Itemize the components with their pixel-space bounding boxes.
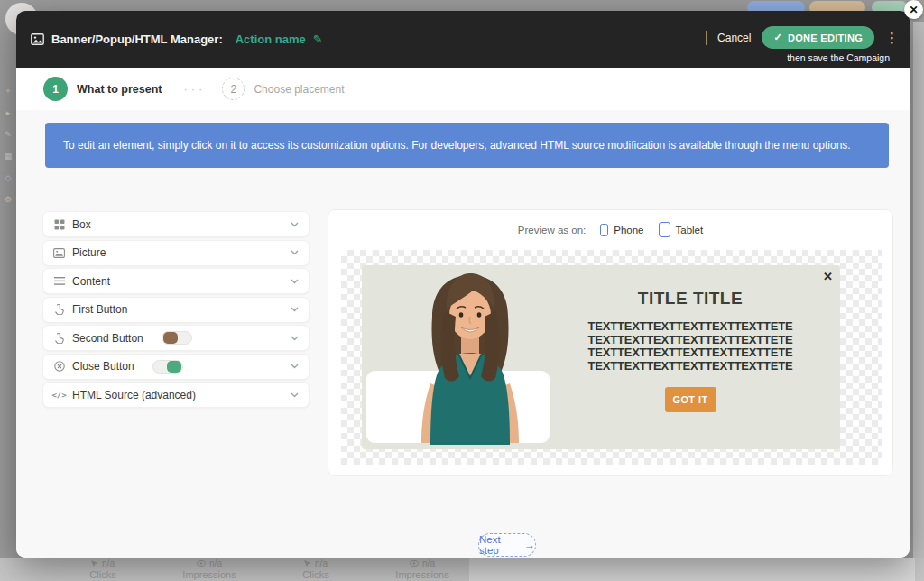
- background-panel: [469, 558, 915, 581]
- step-1-label: What to present: [77, 83, 162, 96]
- metric-impressions: n/a Impressions: [177, 558, 242, 580]
- code-icon: ◇: [5, 173, 12, 182]
- info-banner: To edit an element, simply click on it t…: [45, 123, 889, 168]
- overlay-close-button[interactable]: ✕: [904, 0, 923, 19]
- modal-title: Banner/Popup/HTML Manager:: [51, 32, 223, 46]
- got-it-button[interactable]: GOT IT: [665, 387, 716, 412]
- element-accordion: Box Picture: [42, 211, 310, 410]
- tablet-icon: [659, 222, 670, 237]
- modal-content: To edit an element, simply click on it t…: [16, 110, 910, 558]
- grid-icon: ▦: [5, 152, 13, 161]
- action-name[interactable]: Action name: [236, 32, 306, 46]
- step-separator: ···: [183, 82, 206, 96]
- more-menu-icon[interactable]: ⋮: [885, 30, 899, 46]
- grid-icon: [53, 218, 65, 230]
- eye-icon: [197, 560, 206, 567]
- metric-clicks: n/a Clicks: [283, 558, 348, 580]
- cancel-button[interactable]: Cancel: [717, 32, 751, 44]
- chevron-down-icon: [291, 392, 299, 398]
- screen: ✕ + ▸ ✎ ▦ ◇ ⚙ ⊕ n/a Clicks n/a Impress: [0, 0, 924, 581]
- second-button-toggle[interactable]: [162, 331, 192, 345]
- preview-as-on-label: Preview as on:: [518, 225, 586, 235]
- arrow-right-icon: →: [524, 539, 535, 551]
- step-2-circle[interactable]: 2: [222, 78, 245, 100]
- done-editing-button[interactable]: ✓ DONE EDITING: [762, 26, 874, 49]
- device-tablet-button[interactable]: Tablet: [659, 222, 704, 237]
- close-button-toggle[interactable]: [152, 360, 183, 374]
- metric-clicks: n/a Clicks: [70, 558, 135, 580]
- header-divider: [706, 31, 707, 45]
- background-metrics-bar: n/a Clicks n/a Impressions n/a Clicks: [0, 558, 924, 581]
- accordion-item-second-button[interactable]: Second Button: [42, 325, 310, 351]
- accordion-item-content[interactable]: Content: [42, 268, 310, 294]
- chevron-down-icon: [291, 336, 299, 341]
- image-icon: [31, 33, 44, 45]
- device-phone-button[interactable]: Phone: [600, 224, 643, 236]
- chevron-down-icon: [291, 307, 299, 312]
- chevron-down-icon: [291, 222, 299, 227]
- eye-icon: [410, 560, 419, 567]
- step-2-label: Choose placement: [254, 83, 344, 96]
- pointer-icon: [53, 332, 65, 344]
- accordion-item-close-button[interactable]: Close Button: [42, 354, 310, 380]
- transparency-checkerboard: ✕: [341, 250, 882, 465]
- banner-popup-manager-modal: Banner/Popup/HTML Manager: Action name ✎…: [16, 11, 910, 558]
- preview-panel: Preview as on: Phone Tablet ✕: [328, 209, 893, 476]
- picture-icon: [53, 247, 65, 259]
- cursor-icon: [91, 560, 98, 567]
- popup-title[interactable]: TITLE TITLE: [638, 289, 743, 309]
- close-circle-icon: [53, 361, 65, 373]
- background-right-strip: [913, 22, 924, 558]
- accordion-item-picture[interactable]: Picture: [42, 240, 310, 266]
- chevron-down-icon: [291, 279, 299, 284]
- pointer-icon: ▸: [6, 108, 11, 117]
- step-1-circle[interactable]: 1: [43, 77, 68, 101]
- popup-person-image[interactable]: [387, 270, 553, 445]
- step-indicator: 1 What to present ··· 2 Choose placement: [16, 68, 910, 110]
- accordion-item-html-source[interactable]: </> HTML Source (advanced): [42, 382, 310, 408]
- chevron-down-icon: [291, 250, 299, 255]
- lines-icon: [53, 275, 65, 287]
- phone-icon: [600, 224, 608, 236]
- pointer-icon: [53, 304, 65, 316]
- edit-pencil-icon[interactable]: ✎: [313, 32, 323, 46]
- code-icon: </>: [53, 389, 65, 401]
- save-hint: then save the Campaign: [787, 52, 890, 63]
- modal-header: Banner/Popup/HTML Manager: Action name ✎…: [16, 11, 910, 68]
- background-sidebar: + ▸ ✎ ▦ ◇ ⚙: [0, 87, 16, 204]
- gear-icon: ⚙: [5, 195, 12, 204]
- metric-impressions: n/a Impressions: [390, 558, 455, 580]
- accordion-item-first-button[interactable]: First Button: [42, 297, 310, 323]
- pencil-icon: ✎: [5, 130, 12, 139]
- check-icon: ✓: [773, 32, 782, 43]
- plus-icon: +: [5, 87, 10, 96]
- next-step-button[interactable]: Next step →: [478, 533, 536, 557]
- popup-body-text[interactable]: TEXTTEXTTEXTTEXTTEXTTEXTTETE TEXTTEXTTEX…: [588, 320, 793, 373]
- cursor-icon: [304, 560, 311, 567]
- chevron-down-icon: [291, 364, 299, 369]
- accordion-item-box[interactable]: Box: [42, 211, 310, 237]
- popup-preview[interactable]: ✕: [362, 265, 840, 449]
